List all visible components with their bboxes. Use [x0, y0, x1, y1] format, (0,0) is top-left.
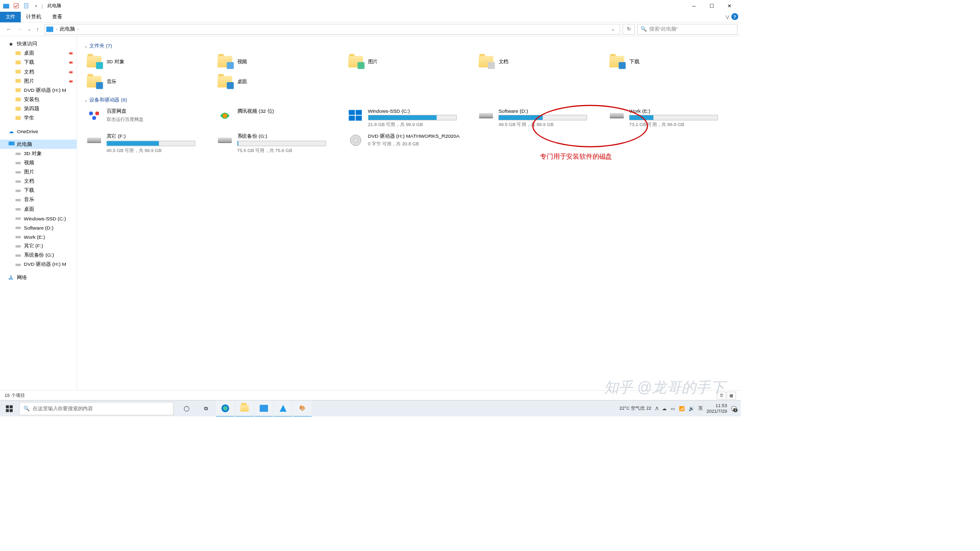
folder-item[interactable]: 3D 对象: [84, 53, 211, 71]
svg-rect-30: [349, 110, 355, 115]
section-devices-header[interactable]: ⌄设备和驱动器 (8): [84, 96, 734, 104]
cortana-button[interactable]: ◯: [178, 400, 196, 417]
start-button[interactable]: [0, 400, 18, 417]
taskbar-app-paint[interactable]: 🎨: [293, 400, 311, 417]
maximize-button[interactable]: ☐: [703, 0, 721, 12]
sidebar-quick-access[interactable]: ★快速访问: [0, 39, 77, 48]
drive-item[interactable]: Windows-SSD (C:)21.8 GB 可用，共 99.9 GB: [346, 107, 472, 130]
sidebar-item[interactable]: 安装包: [0, 95, 77, 104]
sidebar-item[interactable]: 下载📌: [0, 58, 77, 67]
drive-icon: [15, 225, 21, 231]
sidebar-item[interactable]: 视频: [0, 158, 77, 167]
sidebar-item[interactable]: 图片📌: [0, 77, 77, 86]
tray-battery-icon[interactable]: ▭: [671, 406, 675, 411]
drive-item[interactable]: 其它 (F:)40.5 GB 可用，共 99.9 GB: [84, 131, 211, 156]
drive-item[interactable]: Work (E:)73.1 GB 可用，共 99.9 GB: [607, 107, 733, 130]
sidebar-item[interactable]: Software (D:): [0, 223, 77, 232]
close-button[interactable]: ✕: [721, 0, 739, 12]
sidebar-this-pc[interactable]: 此电脑: [0, 140, 77, 149]
sidebar-item[interactable]: 3D 对象: [0, 149, 77, 158]
folder-item[interactable]: 文档: [476, 53, 603, 71]
drive-item[interactable]: 系统备份 (G:)75.5 GB 可用，共 75.6 GB: [215, 131, 341, 156]
folder-item[interactable]: 桌面: [215, 72, 341, 91]
folder-item[interactable]: 视频: [215, 53, 341, 71]
search-input[interactable]: 🔍 搜索"此电脑": [637, 23, 737, 34]
sidebar-item[interactable]: 图片: [0, 167, 77, 177]
drive-icon: [15, 215, 21, 221]
tray-volume-icon[interactable]: 🔊: [689, 406, 694, 411]
chevron-down-icon: ⌄: [84, 98, 87, 102]
back-button[interactable]: ←: [6, 26, 12, 32]
taskbar-app-explorer[interactable]: [235, 400, 254, 417]
drive-item[interactable]: 腾讯视频 (32 位): [215, 107, 341, 130]
sidebar-item[interactable]: 下载: [0, 186, 77, 195]
view-icons-button[interactable]: ▦: [727, 391, 736, 399]
folder-icon: [15, 115, 21, 121]
drive-item[interactable]: 百度网盘双击运行百度网盘: [84, 107, 211, 130]
tray-ime[interactable]: 英: [698, 405, 703, 412]
sidebar-item[interactable]: 文档📌: [0, 67, 77, 76]
sidebar-item[interactable]: 学生: [0, 113, 77, 122]
address-dropdown-icon[interactable]: ⌄: [608, 26, 618, 32]
view-details-button[interactable]: ☰: [717, 391, 726, 399]
help-icon[interactable]: ?: [731, 13, 739, 20]
section-folders-header[interactable]: ⌄文件夹 (7): [84, 42, 734, 49]
qat-properties-icon[interactable]: [22, 2, 30, 10]
folder-item[interactable]: 图片: [346, 53, 472, 71]
svg-rect-39: [10, 409, 13, 412]
sidebar-item[interactable]: 系统备份 (G:): [0, 251, 77, 260]
tray-onedrive-icon[interactable]: ☁: [662, 406, 667, 411]
tab-computer[interactable]: 计算机: [21, 11, 47, 22]
svg-rect-25: [15, 264, 21, 266]
svg-rect-36: [6, 405, 9, 408]
ribbon: 文件 计算机 查看 ⋁ ?: [0, 12, 741, 22]
sidebar-item[interactable]: Windows-SSD (C:): [0, 214, 77, 223]
tray-weather[interactable]: 22°C 空气优 22: [619, 405, 651, 412]
recent-dropdown[interactable]: ⌄: [28, 27, 31, 31]
taskbar-app-settings[interactable]: [255, 400, 273, 417]
minimize-button[interactable]: ─: [685, 0, 703, 12]
main-area: ★快速访问 桌面📌下载📌文档📌图片📌DVD 驱动器 (H:) M安装包第四题学生…: [0, 36, 741, 390]
taskbar-app-edge[interactable]: [216, 400, 234, 417]
tab-file[interactable]: 文件: [0, 11, 21, 22]
qat-dropdown-icon[interactable]: ▾: [32, 2, 40, 10]
tray-clock[interactable]: 11:53 2021/7/29: [706, 403, 727, 414]
search-placeholder: 搜索"此电脑": [649, 26, 678, 33]
drive-icon: [15, 243, 21, 249]
sidebar-item[interactable]: 桌面: [0, 205, 77, 214]
folder-item[interactable]: 下载: [607, 53, 733, 71]
drive-item[interactable]: DVD 驱动器 (H:) MATHWORKS_R2020A0 字节 可用，共 2…: [346, 131, 472, 156]
star-icon: ★: [9, 41, 15, 47]
svg-rect-6: [15, 70, 21, 74]
drive-icon: [15, 234, 21, 240]
drive-item[interactable]: Software (D:)49.5 GB 可用，共 99.9 GB: [476, 107, 603, 130]
sidebar-item[interactable]: 其它 (F:): [0, 241, 77, 251]
taskbar-app-blue[interactable]: [274, 400, 292, 417]
ribbon-expand-icon[interactable]: ⋁: [726, 15, 729, 19]
sidebar-item[interactable]: DVD 驱动器 (H:) M: [0, 260, 77, 269]
breadcrumb[interactable]: 此电脑: [58, 26, 77, 33]
qat-checkbox-icon[interactable]: [12, 2, 20, 10]
sidebar-item[interactable]: 音乐: [0, 195, 77, 204]
tab-view[interactable]: 查看: [46, 11, 67, 22]
sidebar-item[interactable]: DVD 驱动器 (H:) M: [0, 86, 77, 95]
sidebar-item[interactable]: Work (E:): [0, 232, 77, 241]
tray-notifications[interactable]: 💬3: [731, 406, 737, 411]
app-icon: [3, 2, 10, 10]
taskbar-search[interactable]: 🔍 在这里输入你要搜索的内容: [19, 402, 174, 415]
tray-wifi-icon[interactable]: 📶: [679, 406, 684, 411]
up-button[interactable]: ↑: [36, 26, 39, 32]
sidebar-onedrive[interactable]: ☁OneDrive: [0, 127, 77, 136]
tray-chevron-icon[interactable]: ᐱ: [655, 406, 658, 411]
crumb-arrow-icon[interactable]: ›: [77, 27, 80, 31]
sidebar-item[interactable]: 桌面📌: [0, 48, 77, 58]
forward-button[interactable]: →: [17, 26, 22, 32]
sidebar-item[interactable]: 文档: [0, 177, 77, 186]
task-view-button[interactable]: ⧉: [197, 400, 215, 417]
svg-rect-23: [15, 245, 21, 248]
sidebar-item[interactable]: 第四题: [0, 104, 77, 113]
address-bar[interactable]: › 此电脑 › ⌄: [44, 23, 620, 34]
folder-item[interactable]: 音乐: [84, 72, 211, 91]
refresh-button[interactable]: ↻: [623, 23, 635, 34]
sidebar-network[interactable]: 🖧网络: [0, 273, 77, 282]
